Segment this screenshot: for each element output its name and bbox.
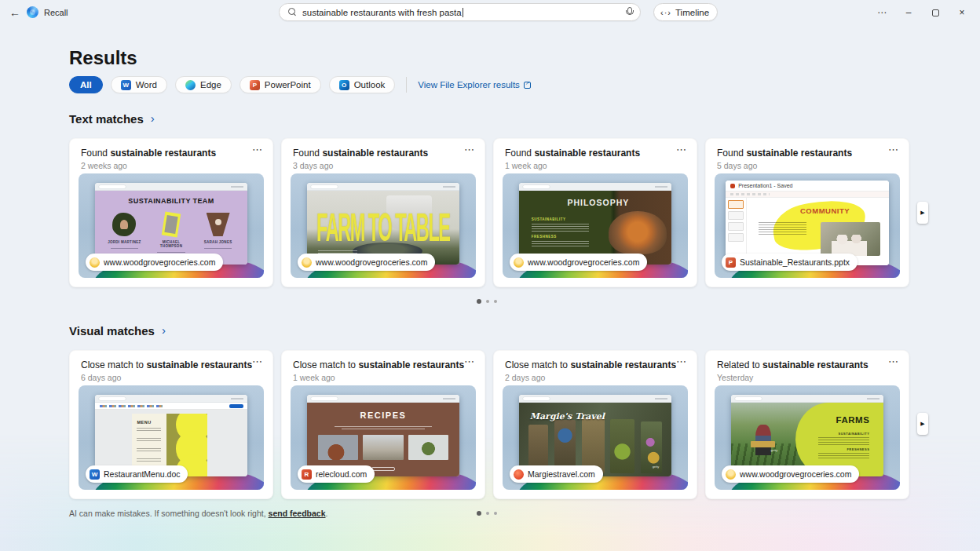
market-stall — [610, 419, 634, 473]
woodgrove-favicon — [90, 257, 100, 268]
getty-watermark: getty — [653, 465, 660, 469]
filter-powerpoint[interactable]: P PowerPoint — [240, 76, 321, 93]
result-card-visual-1[interactable]: Close match to sustainable restaurants 6… — [69, 350, 273, 499]
card-timestamp: 2 weeks ago — [81, 161, 261, 170]
woodgrove-favicon — [726, 469, 736, 480]
card-menu-button[interactable]: ⋯ — [888, 356, 899, 367]
team-photo-shape — [112, 213, 136, 236]
snapshot-thumbnail: RECIPES R relecloud.com — [291, 385, 476, 490]
card-menu-button[interactable]: ⋯ — [252, 144, 263, 155]
card-menu-button[interactable]: ⋯ — [464, 356, 475, 367]
result-card-text-3[interactable]: Found sustainable restaurants 1 week ago… — [493, 138, 697, 287]
timeline-button[interactable]: ‹·› Timeline — [653, 3, 718, 21]
card-menu-button[interactable]: ⋯ — [676, 356, 687, 367]
result-card-text-2[interactable]: Found sustainable restaurants 3 days ago… — [281, 138, 485, 287]
text-matches-header[interactable]: Text matches › — [69, 112, 155, 126]
card-menu-button[interactable]: ⋯ — [252, 356, 263, 367]
source-badge: www.woodgrovegroceries.com — [298, 254, 435, 271]
card-title: Close match to sustainable restaurants — [505, 359, 686, 370]
chevron-right-icon: › — [151, 111, 155, 125]
card-timestamp: 1 week ago — [293, 373, 474, 382]
timeline-label: Timeline — [675, 8, 709, 17]
getty-watermark: getty — [771, 448, 778, 452]
maximize-icon — [932, 9, 939, 16]
snapshot-thumbnail: Presentation1 - Saved COMMUNITY P Sustai… — [715, 173, 900, 278]
powerpoint-window: Presentation1 - Saved COMMUNITY — [726, 181, 889, 265]
maximize-button[interactable] — [922, 2, 949, 23]
search-icon — [288, 8, 297, 16]
browser-window: Margie's Travel getty — [519, 395, 671, 476]
source-badge: P Sustainable_Restaurants.pptx — [722, 254, 858, 271]
vegetable-crate — [751, 441, 775, 447]
search-input[interactable]: sustainable restaurants with fresh pasta — [279, 3, 641, 21]
card-title: Found sustainable restaurants — [293, 148, 474, 159]
text-matches-pagination-dots[interactable] — [477, 299, 497, 304]
filter-edge[interactable]: Edge — [175, 76, 232, 93]
visual-matches-next-button[interactable]: ▶ — [917, 413, 928, 435]
title-bar: ← Recall sustainable restaurants with fr… — [0, 0, 980, 25]
result-card-visual-2[interactable]: Close match to sustainable restaurants 1… — [281, 350, 485, 499]
outlook-icon: O — [339, 80, 349, 90]
powerpoint-favicon: P — [726, 257, 736, 268]
snapshot-thumbnail: FARM TO TABLE www.woodgrovegroceries.com — [291, 173, 476, 278]
food-bowl-photo — [609, 211, 667, 254]
filter-word[interactable]: W Word — [111, 76, 167, 93]
powerpoint-ribbon — [726, 192, 889, 198]
microphone-icon[interactable] — [624, 7, 634, 17]
filter-outlook[interactable]: O Outlook — [329, 76, 396, 93]
text-matches-next-button[interactable]: ▶ — [917, 202, 928, 224]
more-options-button[interactable]: ⋯ — [868, 2, 895, 23]
filter-all[interactable]: All — [69, 76, 103, 93]
browser-chrome — [307, 395, 459, 403]
card-title: Close match to sustainable restaurants — [81, 359, 261, 370]
window-controls: ⋯ – × — [868, 0, 975, 25]
team-photo-shape — [162, 212, 181, 238]
farmer-photo — [755, 425, 770, 455]
file-explorer-results-link[interactable]: View File Explorer results — [418, 80, 531, 89]
search-query-text: sustainable restaurants with fresh pasta — [302, 8, 462, 17]
powerpoint-app-icon — [730, 184, 735, 188]
browser-chrome — [519, 183, 671, 191]
browser-chrome — [731, 395, 883, 403]
doc-title: MENU — [137, 420, 161, 425]
browser-chrome — [307, 183, 459, 191]
result-card-text-4[interactable]: Found sustainable restaurants 5 days ago… — [705, 138, 909, 287]
powerpoint-window-title: Presentation1 - Saved — [738, 183, 792, 188]
card-menu-button[interactable]: ⋯ — [464, 144, 475, 155]
visual-matches-pagination-dots[interactable] — [477, 511, 497, 516]
slide-title: COMMUNITY — [775, 206, 875, 215]
minimize-button[interactable]: – — [895, 2, 922, 23]
snapshot-thumbnail: MENU W RestaurantMenu.doc — [79, 385, 264, 490]
back-button[interactable]: ← — [6, 4, 24, 21]
card-timestamp: 5 days ago — [717, 161, 898, 170]
result-card-visual-4[interactable]: Related to sustainable restaurants Yeste… — [705, 350, 909, 499]
result-card-text-1[interactable]: Found sustainable restaurants 2 weeks ag… — [69, 138, 273, 287]
card-menu-button[interactable]: ⋯ — [888, 144, 899, 155]
recall-app-icon — [27, 6, 38, 18]
browser-chrome — [95, 395, 247, 403]
send-feedback-link[interactable]: send feedback — [269, 509, 326, 518]
timeline-icon: ‹·› — [660, 8, 671, 17]
word-toolbar — [95, 403, 247, 410]
card-title: Found sustainable restaurants — [81, 148, 261, 159]
thumb-page-title: RECIPES — [307, 411, 459, 420]
card-menu-button[interactable]: ⋯ — [676, 144, 687, 155]
visual-matches-header[interactable]: Visual matches › — [69, 324, 166, 338]
snapshot-thumbnail: getty FARMS SUSTAINABILITY FRESHNESS www… — [715, 385, 900, 490]
text-caret — [463, 8, 463, 17]
people-photo — [821, 222, 880, 256]
recipe-photos — [318, 435, 448, 460]
card-title: Related to sustainable restaurants — [717, 359, 898, 370]
source-badge: www.woodgrovegroceries.com — [86, 254, 223, 271]
browser-window: PHILOSOPHY SUSTAINABILITY FRESHNESS — [519, 183, 671, 265]
close-button[interactable]: × — [949, 2, 975, 23]
source-badge: W RestaurantMenu.doc — [86, 465, 188, 483]
woodgrove-favicon — [514, 257, 524, 268]
filter-bar: All W Word Edge P PowerPoint O Outlook V… — [69, 76, 531, 93]
word-icon: W — [121, 80, 131, 90]
thumb-page-title: FARMS — [836, 415, 870, 425]
thumb-button — [371, 467, 396, 472]
result-card-visual-3[interactable]: Close match to sustainable restaurants 2… — [493, 350, 697, 499]
relecloud-favicon: R — [302, 469, 312, 480]
margiestravel-favicon — [514, 469, 524, 480]
